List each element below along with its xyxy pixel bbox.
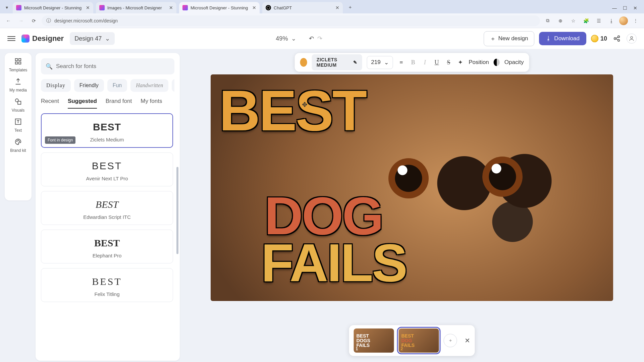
window-close-icon[interactable]: ✕: [633, 5, 637, 11]
close-icon[interactable]: ✕: [252, 5, 256, 10]
url-field[interactable]: ⓘ designer.microsoft.com/design: [42, 15, 540, 26]
chip-friendly[interactable]: Friendly: [74, 79, 104, 92]
align-icon[interactable]: ≡: [398, 59, 405, 66]
close-icon[interactable]: ✕: [335, 5, 339, 10]
nav-back-icon[interactable]: ←: [3, 16, 13, 26]
design-name-dropdown[interactable]: Design 47 ⌄: [70, 32, 115, 45]
thumb-line: BEST: [357, 334, 394, 338]
window-maximize-icon[interactable]: ☐: [623, 5, 627, 11]
position-button[interactable]: Position: [469, 59, 489, 66]
extensions-icon[interactable]: 🧩: [581, 16, 591, 26]
font-card[interactable]: BEST Felix Titling: [41, 268, 173, 302]
font-card[interactable]: BEST Ziclets Medium Font in design: [41, 113, 173, 148]
new-design-button[interactable]: ＋ New design: [484, 31, 535, 46]
install-app-icon[interactable]: ⧉: [543, 16, 553, 26]
tab-my-fonts[interactable]: My fonts: [141, 98, 162, 109]
effects-icon[interactable]: ✦: [457, 59, 464, 66]
font-card[interactable]: BEST Elephant Pro: [41, 230, 173, 263]
italic-icon[interactable]: I: [421, 59, 428, 66]
logo-icon: [21, 35, 30, 43]
add-page-button[interactable]: ＋: [444, 334, 457, 347]
browser-tab-active[interactable]: Microsoft Designer - Stunning ✕: [179, 2, 260, 13]
account-icon[interactable]: [627, 34, 637, 44]
chip-more[interactable]: Mo: [172, 79, 174, 92]
browser-tab[interactable]: Microsoft Designer - Stunning ✕: [13, 2, 93, 13]
font-sample: BEST: [46, 237, 168, 249]
rail-label: Templates: [9, 68, 28, 72]
close-icon[interactable]: ✕: [465, 337, 470, 345]
rail-brand-kit[interactable]: Brand kit: [10, 137, 26, 153]
opacity-button[interactable]: Opacity: [504, 59, 524, 66]
bookmark-icon[interactable]: ☆: [568, 16, 578, 26]
credits-counter[interactable]: 10: [591, 35, 607, 42]
design-canvas[interactable]: BEST ✥ DOG FAILS: [211, 74, 613, 301]
zoom-icon[interactable]: ⊕: [555, 16, 566, 26]
page-thumb-1[interactable]: BEST DOGS FAILS 1: [354, 328, 394, 353]
font-size-input[interactable]: 219 ⌄: [367, 56, 393, 69]
tab-search-icon[interactable]: ▾: [3, 3, 11, 11]
font-in-design-badge: Font in design: [45, 136, 75, 144]
close-icon[interactable]: ✕: [86, 5, 90, 10]
font-name: Edwardian Script ITC: [46, 214, 168, 220]
underline-icon[interactable]: U: [433, 59, 440, 66]
new-design-label: New design: [498, 35, 528, 42]
browser-tab[interactable]: Images - Microsoft Designer ✕: [96, 2, 176, 13]
rail-visuals[interactable]: Visuals: [12, 97, 24, 113]
site-info-icon[interactable]: ⓘ: [46, 18, 51, 24]
bold-icon[interactable]: B: [410, 59, 417, 66]
close-icon[interactable]: ✕: [169, 5, 173, 10]
url-text: designer.microsoft.com/design: [54, 18, 118, 23]
redo-icon[interactable]: ↷: [317, 35, 322, 42]
undo-icon[interactable]: ↶: [309, 35, 314, 42]
thumb-line: DOGS: [357, 338, 394, 343]
download-button[interactable]: ⭳ Download: [539, 32, 586, 45]
chevron-down-icon[interactable]: ⌄: [291, 35, 296, 42]
zoom-value[interactable]: 49%: [276, 35, 288, 42]
svg-point-1: [618, 36, 620, 38]
rail-text[interactable]: Text: [14, 117, 22, 133]
reload-icon[interactable]: ⟳: [29, 16, 39, 26]
text-fails[interactable]: FAILS: [261, 232, 406, 294]
credits-value: 10: [600, 35, 607, 42]
nav-forward-icon[interactable]: →: [16, 16, 26, 26]
kebab-menu-icon[interactable]: ⋮: [631, 16, 641, 26]
scrollbar[interactable]: [176, 167, 178, 254]
downloads-icon[interactable]: ⭳: [606, 16, 616, 26]
rail-my-media[interactable]: My media: [9, 77, 27, 93]
new-tab-button[interactable]: ＋: [345, 3, 355, 12]
share-icon[interactable]: [612, 34, 622, 44]
font-list[interactable]: BEST Ziclets Medium Font in design BEST …: [41, 113, 174, 355]
font-card[interactable]: BEST Avenir Next LT Pro: [41, 153, 173, 186]
text-color-swatch[interactable]: [300, 58, 307, 67]
tab-recent[interactable]: Recent: [41, 98, 59, 109]
browser-tab[interactable]: ChatGPT ✕: [262, 2, 343, 13]
hamburger-menu-icon[interactable]: [7, 36, 15, 41]
text-icon: [14, 117, 22, 126]
font-search-input[interactable]: 🔍 Search for fonts: [41, 58, 174, 74]
text-best[interactable]: BEST: [219, 78, 366, 143]
page-number: 2: [401, 347, 403, 351]
strikethrough-icon[interactable]: S: [445, 59, 452, 66]
chip-handwritten[interactable]: Handwritten: [130, 79, 168, 92]
font-card[interactable]: BEST Edwardian Script ITC: [41, 191, 173, 225]
app-logo[interactable]: Designer: [21, 34, 64, 43]
chip-display[interactable]: Display: [41, 79, 71, 92]
search-icon: 🔍: [46, 63, 53, 70]
profile-avatar[interactable]: [619, 16, 628, 25]
page-thumb-2[interactable]: BEST DOG FAILS 2: [399, 328, 439, 353]
favicon-icon: [99, 5, 105, 10]
canvas-area: Ziclets Medium ✎ 219 ⌄ ≡ B I U S ✦ Posit…: [180, 49, 644, 362]
font-category-chips: Display Friendly Fun Handwritten Mo: [41, 79, 174, 92]
font-picker-button[interactable]: Ziclets Medium ✎: [312, 54, 362, 70]
window-minimize-icon[interactable]: —: [612, 5, 617, 11]
move-cursor-icon: ✥: [302, 101, 308, 109]
download-icon: ⭳: [546, 35, 551, 42]
rail-label: Visuals: [12, 108, 24, 113]
chip-fun[interactable]: Fun: [107, 79, 127, 92]
app-header: Designer Design 47 ⌄ 49% ⌄ ↶ ↷ ＋ New des…: [0, 28, 644, 49]
reading-list-icon[interactable]: ☰: [594, 16, 604, 26]
tab-suggested[interactable]: Suggested: [68, 98, 97, 109]
tab-brand-font[interactable]: Brand font: [106, 98, 132, 109]
rail-label: Brand kit: [10, 148, 26, 153]
rail-templates[interactable]: Templates: [9, 57, 28, 72]
